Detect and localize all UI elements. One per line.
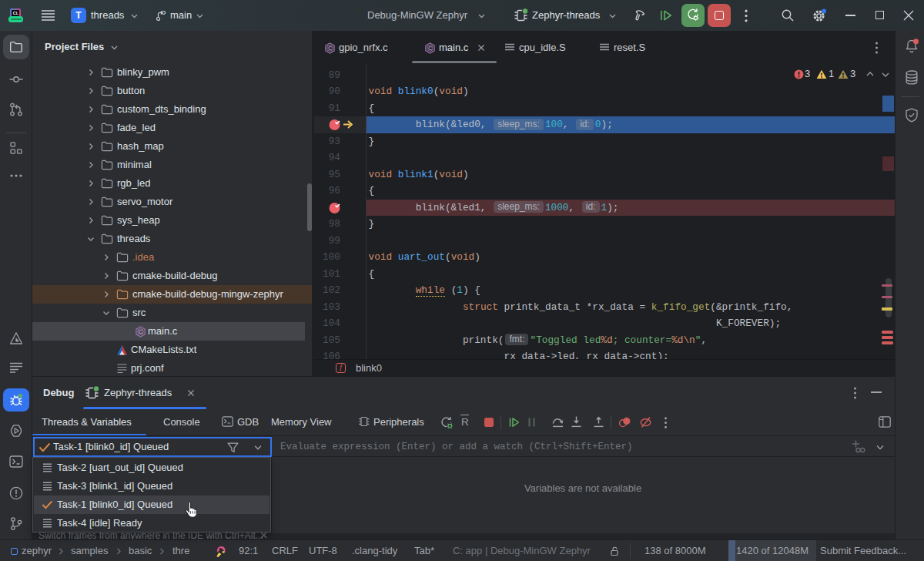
svg-text:C: C (139, 329, 142, 334)
svg-text:C: C (328, 45, 332, 51)
svg-text:C: C (428, 45, 432, 51)
